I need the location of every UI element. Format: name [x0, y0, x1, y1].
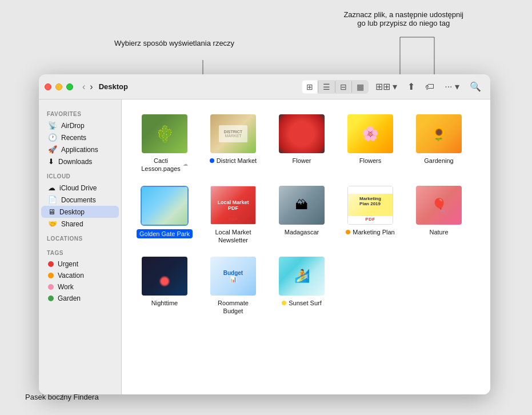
search-button[interactable]: 🔍 [466, 79, 485, 94]
icon-view-button[interactable]: ⊞ [302, 80, 318, 94]
locations-section-label: Locations [39, 230, 121, 244]
titlebar: ‹ › Desktop ⊞ ☰ ⊟ ▦ ⊞⊞ ▾ ⬆ 🏷 ··· ▾ 🔍 [39, 74, 490, 99]
icloud-icon: ☁ [48, 183, 55, 192]
share-button[interactable]: ⬆ [404, 79, 418, 94]
work-tag-dot [48, 284, 54, 290]
airdrop-icon: 📡 [48, 121, 57, 130]
shared-icon: 🤝 [48, 220, 57, 228]
file-thumb-golden-gate [141, 186, 189, 226]
applications-icon: 🚀 [48, 145, 57, 154]
minimize-button[interactable] [55, 83, 62, 90]
file-thumb-gardening: 🌻 [416, 114, 462, 153]
sidebar-item-shared[interactable]: 🤝 Shared [41, 218, 119, 230]
desktop-icon: 🖥 [48, 207, 55, 216]
file-item-cacti[interactable]: 🌵 CactiLesson.pages ☁ [133, 111, 196, 177]
back-button[interactable]: ‹ [80, 81, 87, 93]
sidebar-item-label: Garden [58, 294, 81, 302]
sidebar-item-label: Documents [61, 196, 96, 204]
sidebar-item-documents[interactable]: 📄 Documents [41, 194, 119, 206]
file-thumb-madagascar: 🏔 [279, 186, 325, 225]
sidebar-item-label: Work [58, 283, 74, 291]
file-name-nature: Nature [429, 228, 448, 236]
sidebar-item-tag-vacation[interactable]: Vacation [41, 270, 119, 281]
tag-button[interactable]: 🏷 [422, 79, 438, 94]
file-item-nature[interactable]: 🎈 Nature [407, 182, 470, 248]
sidebar-item-applications[interactable]: 🚀 Applications [41, 143, 119, 155]
file-item-local-market[interactable]: Local MarketPDF PDF Local MarketNewslett… [202, 182, 265, 248]
file-name-marketing-plan: Marketing Plan [346, 228, 394, 236]
urgent-tag-dot [48, 261, 54, 267]
file-thumb-cacti: 🌵 [142, 114, 187, 153]
file-name-district-market: District Market [210, 157, 257, 165]
file-name-local-market: Local MarketNewsletter [215, 228, 251, 245]
sidebar-item-tag-garden[interactable]: Garden [41, 293, 119, 304]
sidebar-item-icloud-drive[interactable]: ☁ iCloud Drive [41, 182, 119, 194]
traffic-lights [45, 83, 73, 90]
sidebar-item-airdrop[interactable]: 📡 AirDrop [41, 119, 119, 131]
view-toggle-group: ⊞ ☰ ⊟ ▦ [302, 80, 369, 94]
file-thumb-flower [279, 114, 325, 153]
fullscreen-button[interactable] [66, 83, 73, 90]
icloud-section-label: iCloud [39, 167, 121, 182]
sidebar-item-recents[interactable]: 🕐 Recents [41, 131, 119, 143]
file-item-nighttime[interactable]: Nighttime [133, 253, 196, 319]
file-name-madagascar: Madagascar [285, 228, 319, 236]
file-item-golden-gate[interactable]: Golden Gate Park [133, 182, 196, 248]
file-name-flowers: Flowers [359, 157, 382, 165]
list-view-button[interactable]: ☰ [318, 80, 335, 94]
vacation-tag-dot [48, 273, 54, 278]
favorites-section-label: Favorites [39, 105, 121, 119]
recents-icon: 🕐 [48, 133, 57, 142]
sidebar-item-label: Urgent [58, 260, 78, 268]
file-item-marketing-plan[interactable]: MarketingPlan 2019 PDF Marketing Plan [339, 182, 402, 248]
file-name-flower: Flower [292, 157, 311, 165]
sidebar-item-label: Downloads [58, 158, 92, 166]
sidebar-item-label: AirDrop [61, 122, 85, 130]
file-thumb-flowers: 🌸 [347, 114, 393, 153]
sidebar-item-label: Applications [61, 146, 98, 154]
sidebar-item-label: Shared [61, 220, 83, 228]
file-name-cacti: CactiLesson.pages ☁ [141, 157, 188, 173]
group-by-button[interactable]: ⊞⊞ ▾ [372, 79, 401, 94]
file-item-madagascar[interactable]: 🏔 Madagascar [270, 182, 333, 248]
file-thumb-local-market: Local MarketPDF PDF [210, 186, 256, 225]
file-name-roommate-budget: RoommateBudget [218, 299, 249, 316]
sidebar-item-label: iCloud Drive [59, 184, 97, 192]
file-item-district-market[interactable]: DISTRICT MARKET District Market [202, 111, 265, 177]
file-thumb-nighttime [142, 257, 187, 296]
main-content: Favorites 📡 AirDrop 🕐 Recents 🚀 Applicat… [39, 99, 490, 394]
sidebar-item-label: Recents [61, 134, 86, 142]
toolbar-right: ⊞ ☰ ⊟ ▦ ⊞⊞ ▾ ⬆ 🏷 ··· ▾ 🔍 [302, 79, 485, 94]
garden-tag-dot [48, 296, 54, 301]
file-item-sunset-surf[interactable]: 🏄 Sunset Surf [270, 253, 333, 319]
tags-section-label: Tags [39, 244, 121, 258]
file-name-nighttime: Nighttime [151, 299, 178, 307]
downloads-icon: ⬇ [48, 157, 54, 166]
sidebar-item-tag-urgent[interactable]: Urgent [41, 258, 119, 270]
documents-icon: 📄 [48, 195, 57, 204]
path-label: Desktop [99, 82, 302, 91]
close-button[interactable] [45, 83, 51, 90]
sidebar-item-desktop[interactable]: 🖥 Desktop [41, 206, 119, 218]
sidebar-item-downloads[interactable]: ⬇ Downloads [41, 155, 119, 167]
file-area[interactable]: 🌵 CactiLesson.pages ☁ DISTRICT MARKET [122, 99, 490, 394]
file-name-golden-gate: Golden Gate Park [137, 229, 193, 238]
gallery-view-button[interactable]: ▦ [352, 80, 369, 94]
forward-button[interactable]: › [87, 81, 95, 93]
sidebar-item-label: Desktop [59, 208, 85, 216]
file-item-gardening[interactable]: 🌻 Gardening [407, 111, 470, 177]
file-name-sunset-surf: Sunset Surf [282, 299, 321, 307]
file-thumb-sunset-surf: 🏄 [279, 257, 325, 296]
file-item-roommate-budget[interactable]: Budget📊 RoommateBudget [202, 253, 265, 319]
column-view-button[interactable]: ⊟ [335, 80, 351, 94]
file-grid: 🌵 CactiLesson.pages ☁ DISTRICT MARKET [133, 111, 479, 319]
file-thumb-nature: 🎈 [416, 186, 462, 225]
file-item-flower[interactable]: Flower [270, 111, 333, 177]
file-thumb-roommate-budget: Budget📊 [210, 257, 256, 296]
file-item-flowers[interactable]: 🌸 Flowers [339, 111, 402, 177]
sidebar-item-label: Vacation [58, 272, 84, 280]
file-thumb-district-market: DISTRICT MARKET [210, 114, 256, 153]
file-name-gardening: Gardening [424, 157, 453, 165]
sidebar-item-tag-work[interactable]: Work [41, 281, 119, 293]
more-button[interactable]: ··· ▾ [441, 79, 463, 94]
